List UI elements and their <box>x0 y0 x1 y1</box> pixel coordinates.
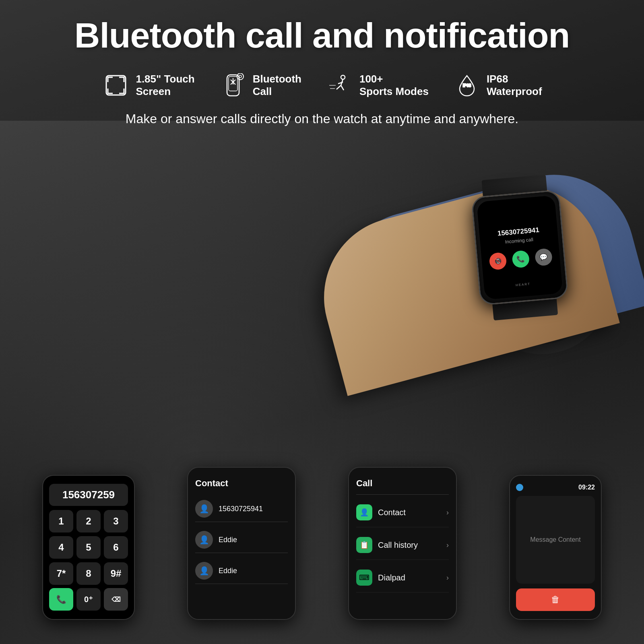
dialpad-menu-label: Dialpad <box>378 573 441 582</box>
bluetooth-text: BluetoothCall <box>253 73 301 98</box>
contact-item-3[interactable]: 👤 Eddie <box>195 558 288 584</box>
trash-icon: 🗑 <box>551 594 560 605</box>
notification-dot <box>516 484 523 491</box>
call-menu-history[interactable]: 📋 Call history › <box>356 530 449 560</box>
key-8[interactable]: 8 <box>76 562 101 585</box>
watch-call-buttons: 📵 📞 💬 <box>489 248 553 270</box>
message-button[interactable]: 💬 <box>535 248 553 266</box>
call-menu-phone: Call 👤 Contact › 📋 Call history › ⌨ Dial… <box>348 467 457 620</box>
key-0[interactable]: 0⁺ <box>76 588 101 611</box>
wrist-scene: SPORT 15630725941 Incoming call 📵 📞 💬 HE… <box>306 89 628 370</box>
expand-icon <box>102 71 130 99</box>
contact-name-3: Eddie <box>219 567 237 575</box>
feature-bluetooth: BluetoothCall <box>219 71 301 99</box>
dialpad-phone: 156307259 1 2 3 4 5 6 7* 8 9# 📞 0⁺ ⌫ <box>42 475 135 620</box>
call-button[interactable]: 📞 <box>49 588 73 611</box>
backspace-key[interactable]: ⌫ <box>104 588 128 611</box>
call-history-label: Call history <box>378 541 441 550</box>
bluetooth-watch-icon <box>219 71 247 99</box>
contact-screen-title: Contact <box>195 476 288 491</box>
dialpad-number-display: 156307259 <box>49 484 128 506</box>
main-title: Bluetooth call and notification <box>24 16 620 55</box>
key-7[interactable]: 7* <box>49 562 73 585</box>
dialpad-menu-icon: ⌨ <box>356 570 372 586</box>
dialpad-grid: 1 2 3 4 5 6 7* 8 9# 📞 0⁺ ⌫ <box>49 510 128 611</box>
contact-menu-icon: 👤 <box>356 504 372 520</box>
feature-touchscreen: 1.85" TouchScreen <box>102 71 194 99</box>
key-9[interactable]: 9# <box>104 562 128 585</box>
watch-phone-number: 15630725941 <box>497 226 539 237</box>
smartwatch-on-wrist: SPORT 15630725941 Incoming call 📵 📞 💬 HE… <box>462 173 577 310</box>
contact-item-2[interactable]: 👤 Eddie <box>195 527 288 553</box>
decline-button[interactable]: 📵 <box>489 252 507 270</box>
message-time: 09:22 <box>578 484 595 491</box>
key-5[interactable]: 5 <box>76 536 101 559</box>
chevron-right-icon-1: › <box>446 508 449 517</box>
svg-point-5 <box>239 75 242 78</box>
contact-phone: Contact 👤 15630725941 👤 Eddie 👤 Eddie <box>187 467 296 620</box>
call-menu-contact[interactable]: 👤 Contact › <box>356 498 449 527</box>
contact-avatar-1: 👤 <box>195 500 213 518</box>
key-4[interactable]: 4 <box>49 536 73 559</box>
contact-avatar-3: 👤 <box>195 562 213 580</box>
svg-text:IP68: IP68 <box>463 83 471 88</box>
key-6[interactable]: 6 <box>104 536 128 559</box>
message-content-text: Message Content <box>530 536 580 543</box>
message-phone: 09:22 Message Content 🗑 <box>509 475 602 620</box>
svg-rect-0 <box>106 76 126 95</box>
contact-avatar-2: 👤 <box>195 531 213 549</box>
chevron-right-icon-2: › <box>446 541 449 549</box>
watch-status: Incoming call <box>505 236 533 244</box>
contact-name-1: 15630725941 <box>219 505 263 513</box>
key-3[interactable]: 3 <box>104 510 128 533</box>
svg-point-4 <box>237 73 244 80</box>
key-1[interactable]: 1 <box>49 510 73 533</box>
call-menu-contact-label: Contact <box>378 508 441 517</box>
message-header: 09:22 <box>516 484 595 491</box>
call-screen-title: Call <box>356 476 449 495</box>
touchscreen-text: 1.85" TouchScreen <box>136 73 194 98</box>
contact-item-1[interactable]: 👤 15630725941 <box>195 496 288 522</box>
call-menu-dialpad[interactable]: ⌨ Dialpad › <box>356 563 449 592</box>
watch-body: SPORT 15630725941 Incoming call 📵 📞 💬 HE… <box>471 190 569 305</box>
call-history-menu-icon: 📋 <box>356 537 372 553</box>
delete-message-button[interactable]: 🗑 <box>516 588 595 611</box>
header-section: Bluetooth call and notification <box>0 0 644 63</box>
key-2[interactable]: 2 <box>76 510 101 533</box>
svg-point-6 <box>341 75 345 79</box>
accept-button[interactable]: 📞 <box>512 250 530 268</box>
message-content-area: Message Content <box>516 496 595 584</box>
bottom-phones-row: 156307259 1 2 3 4 5 6 7* 8 9# 📞 0⁺ ⌫ Con… <box>0 467 644 620</box>
chevron-right-icon-3: › <box>446 574 449 582</box>
contact-name-2: Eddie <box>219 536 237 544</box>
